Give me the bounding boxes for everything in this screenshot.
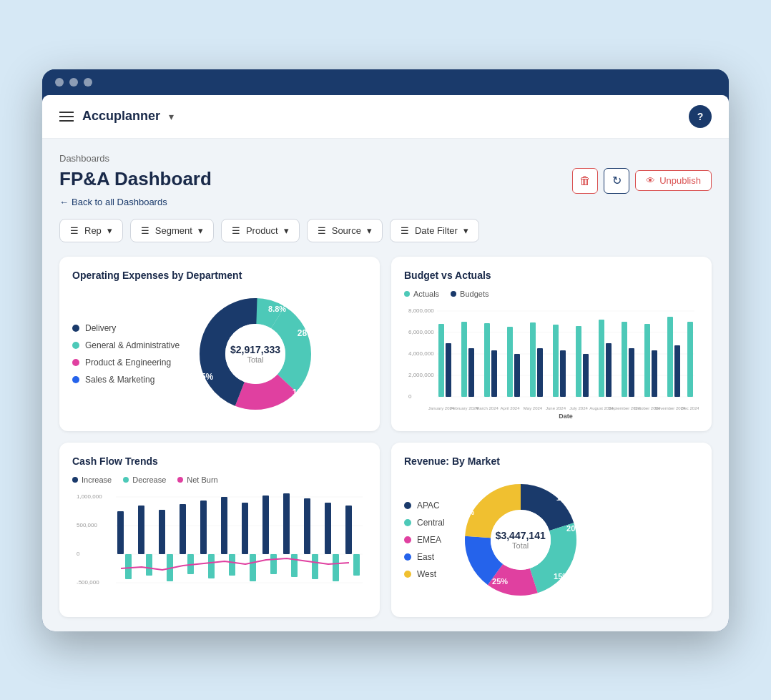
svg-rect-70 <box>325 503 331 554</box>
filter-icon: ☰ <box>141 225 149 236</box>
pct-19: 19% <box>293 388 310 398</box>
help-button[interactable]: ? <box>689 105 712 128</box>
filter-rep[interactable]: ☰ Rep ▾ <box>59 219 123 242</box>
unpublish-button[interactable]: 👁 Unpublish <box>635 170 712 191</box>
svg-text:8,000,000: 8,000,000 <box>408 307 434 314</box>
chevron-icon: ▾ <box>463 225 468 236</box>
pct-25: 25% <box>492 577 508 586</box>
bva-actuals-legend: Actuals <box>404 290 439 298</box>
svg-rect-65 <box>221 497 227 554</box>
svg-rect-66 <box>242 503 248 554</box>
svg-rect-38 <box>687 322 693 397</box>
revenue-chart-card: Revenue: By Market APAC Central <box>391 443 712 617</box>
ga-color <box>72 342 79 349</box>
opex-chart-card: Operating Expenses by Department Deliver… <box>59 257 380 431</box>
top-bar: Accuplanner ▾ ? <box>42 95 729 139</box>
svg-rect-26 <box>553 325 559 397</box>
svg-rect-72 <box>125 554 132 579</box>
cashflow-chart-card: Cash Flow Trends Increase Decrease Ne <box>59 443 380 617</box>
legend-item-sm: Sales & Marketing <box>72 375 180 385</box>
svg-rect-17 <box>446 343 451 397</box>
svg-rect-16 <box>438 324 444 397</box>
svg-rect-78 <box>250 554 256 581</box>
svg-rect-82 <box>333 554 339 581</box>
delete-button[interactable]: 🗑 <box>572 168 598 194</box>
eye-icon: 👁 <box>646 175 655 186</box>
svg-rect-60 <box>117 511 124 554</box>
svg-rect-61 <box>138 506 144 554</box>
filter-source[interactable]: ☰ Source ▾ <box>307 219 383 242</box>
refresh-button[interactable]: ↻ <box>604 168 629 194</box>
chevron-icon: ▾ <box>284 225 289 236</box>
pct-28: 28% <box>298 328 315 338</box>
svg-rect-19 <box>468 348 474 397</box>
svg-rect-80 <box>291 554 298 577</box>
cf-chart-area: 1,000,000 500,000 0 -500,000 <box>72 490 367 604</box>
revenue-amount: $3,447,141 <box>496 530 546 541</box>
back-link[interactable]: Back to all Dashboards <box>59 197 712 207</box>
svg-text:2,000,000: 2,000,000 <box>408 372 434 378</box>
action-buttons: 🗑 ↻ 👁 Unpublish <box>572 168 712 194</box>
svg-rect-27 <box>560 350 566 397</box>
page-title-row: FP&A Dashboard 🗑 ↻ 👁 Unpublish <box>59 168 712 194</box>
opex-center: $2,917,333 Total <box>230 344 280 364</box>
svg-text:Dec
2024: Dec 2024 <box>681 406 699 410</box>
svg-rect-71 <box>345 506 352 554</box>
filter-product[interactable]: ☰ Product ▾ <box>221 219 300 242</box>
opex-legend: Delivery General & Administrative Produc… <box>72 323 180 385</box>
chevron-icon: ▾ <box>198 225 203 236</box>
legend-item-ga: General & Administrative <box>72 340 180 350</box>
pct-15: 15% <box>554 572 569 581</box>
svg-rect-22 <box>507 327 513 397</box>
emea-color <box>404 536 411 543</box>
content-area: Dashboards FP&A Dashboard 🗑 ↻ 👁 Unpublis… <box>42 139 729 631</box>
svg-rect-73 <box>146 554 152 576</box>
browser-frame: Accuplanner ▾ ? Dashboards FP&A Dashboar… <box>42 69 729 631</box>
svg-text:Date: Date <box>559 413 573 418</box>
svg-text:0: 0 <box>408 393 412 400</box>
svg-rect-23 <box>514 354 520 397</box>
svg-rect-77 <box>229 554 235 576</box>
app-dropdown-chevron[interactable]: ▾ <box>169 111 174 122</box>
svg-rect-62 <box>159 510 165 554</box>
opex-content: Delivery General & Administrative Produc… <box>72 290 367 418</box>
svg-text:June
2024: June 2024 <box>546 406 566 410</box>
svg-rect-69 <box>304 498 310 554</box>
app-container: Accuplanner ▾ ? Dashboards FP&A Dashboar… <box>42 95 729 631</box>
svg-rect-25 <box>537 348 543 397</box>
central-color <box>404 519 411 526</box>
opex-title: Operating Expenses by Department <box>72 270 367 281</box>
filter-segment[interactable]: ☰ Segment ▾ <box>130 219 214 242</box>
legend-central: Central <box>404 518 445 528</box>
svg-text:500,000: 500,000 <box>77 522 97 528</box>
pct-20: 20% <box>566 524 582 533</box>
bva-legend: Actuals Budgets <box>404 290 699 298</box>
filter-date[interactable]: ☰ Date Filter ▾ <box>390 219 479 242</box>
legend-apac: APAC <box>404 501 445 511</box>
pct-45: 45% <box>196 372 213 382</box>
cf-decrease-legend: Decrease <box>123 475 166 484</box>
chevron-icon: ▾ <box>367 225 372 236</box>
svg-rect-34 <box>644 324 650 397</box>
svg-rect-29 <box>583 354 589 397</box>
apac-color <box>404 502 411 509</box>
top-bar-left: Accuplanner ▾ <box>59 109 174 124</box>
bva-title: Budget vs Actuals <box>404 270 699 281</box>
legend-item-pe: Product & Engineering <box>72 358 180 368</box>
sm-color <box>72 376 79 383</box>
svg-text:February
2024: February 2024 <box>450 406 478 410</box>
menu-button[interactable] <box>59 112 74 122</box>
legend-item-delivery: Delivery <box>72 323 180 333</box>
svg-rect-18 <box>461 322 467 397</box>
svg-rect-76 <box>208 554 215 578</box>
svg-rect-63 <box>180 504 186 554</box>
svg-rect-67 <box>262 496 269 554</box>
revenue-title: Revenue: By Market <box>404 455 699 467</box>
app-name: Accuplanner <box>82 109 160 124</box>
svg-rect-36 <box>667 317 673 397</box>
cashflow-title: Cash Flow Trends <box>72 455 367 467</box>
svg-text:0: 0 <box>77 551 80 557</box>
svg-rect-21 <box>491 350 497 397</box>
breadcrumb: Dashboards <box>59 153 712 164</box>
svg-rect-28 <box>576 326 581 397</box>
